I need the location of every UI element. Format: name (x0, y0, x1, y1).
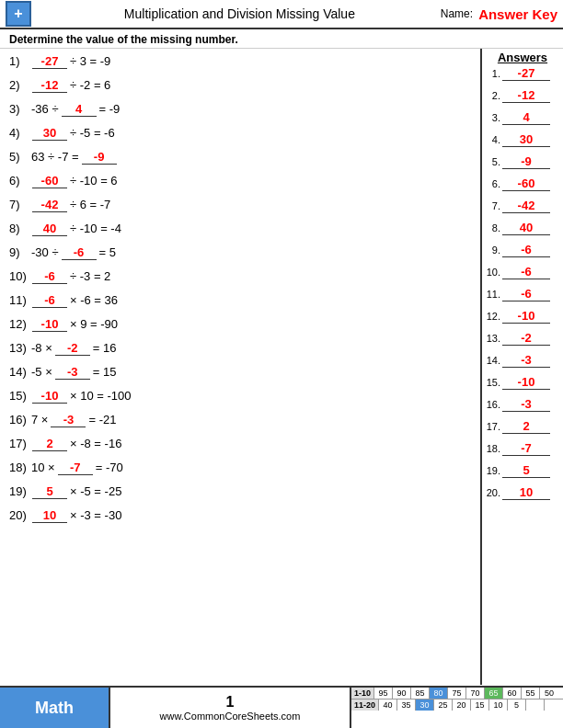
problem-number: 6) (9, 174, 31, 188)
main-content: 1)-27 ÷ 3 = -92)-12 ÷ -2 = 63)-36 ÷ 4 = … (0, 49, 563, 685)
problem-number: 9) (9, 245, 31, 259)
answer-row: 10.-6 (486, 265, 559, 285)
missing-value: -27 (32, 54, 67, 69)
problem-content: -60 ÷ -10 = 6 (31, 174, 118, 188)
problem-row: 11)-6 × -6 = 36 (9, 293, 471, 313)
answer-value: 4 (502, 110, 550, 125)
missing-value: -6 (32, 293, 67, 308)
answer-row: 8.40 (486, 221, 559, 241)
answer-row: 13.-2 (486, 331, 559, 351)
problem-content: -27 ÷ 3 = -9 (31, 54, 110, 69)
answer-row: 19.5 (486, 463, 559, 483)
problem-text: ÷ -3 = 2 (70, 269, 110, 283)
answer-number: 2. (486, 90, 502, 101)
missing-value: 5 (32, 484, 67, 499)
answer-number: 14. (486, 355, 502, 366)
answer-value: 2 (502, 419, 550, 434)
problem-number: 7) (9, 198, 31, 211)
problem-number: 11) (9, 293, 31, 307)
problem-row: 17)2 × -8 = -16 (9, 437, 471, 457)
problem-text: ÷ 3 = -9 (70, 54, 110, 68)
problem-text: ÷ -10 = -4 (70, 222, 121, 235)
page-number: 1 (226, 694, 235, 711)
answer-value: -10 (502, 375, 550, 390)
missing-value: -7 (58, 461, 93, 475)
problem-number: 4) (9, 126, 31, 140)
header: + Multiplication and Division Missing Va… (0, 0, 563, 29)
answer-number: 19. (486, 465, 502, 476)
answer-value: 30 (502, 132, 550, 147)
answer-value: -12 (502, 88, 550, 103)
problem-text: × -6 = 36 (70, 293, 118, 307)
answer-value: -6 (502, 287, 550, 301)
answer-row: 18.-7 (486, 441, 559, 461)
footer-center: 1 www.CommonCoreSheets.com (110, 688, 350, 728)
problem-number: 17) (9, 437, 31, 450)
problem-text: ÷ -5 = -6 (70, 126, 115, 140)
problem-text: = -70 (96, 461, 123, 474)
answer-number: 9. (486, 245, 502, 256)
answer-value: -6 (502, 265, 550, 279)
answer-row: 2.-12 (486, 88, 559, 108)
missing-value: 10 (32, 508, 67, 523)
missing-value: -6 (32, 269, 67, 284)
problem-row: 9)-30 ÷ -6 = 5 (9, 245, 471, 266)
problem-content: 2 × -8 = -16 (31, 437, 121, 451)
problem-number: 2) (9, 78, 31, 92)
problem-text: × -8 = -16 (70, 437, 121, 450)
missing-value: -10 (32, 389, 67, 404)
problem-text: ÷ 6 = -7 (70, 198, 110, 211)
answer-number: 4. (486, 134, 502, 145)
answer-row: 7.-42 (486, 199, 559, 219)
answer-row: 5.-9 (486, 154, 559, 175)
problem-row: 8)40 ÷ -10 = -4 (9, 222, 471, 242)
answer-number: 16. (486, 399, 502, 410)
problem-number: 1) (9, 54, 31, 68)
answer-value: 10 (502, 485, 550, 500)
problem-number: 10) (9, 269, 31, 283)
problem-row: 15)-10 × 10 = -100 (9, 389, 471, 409)
problem-text: -5 × (31, 365, 52, 379)
problem-text: 7 × (31, 413, 48, 427)
problem-text: -30 ÷ (31, 245, 59, 259)
problem-text: = 15 (93, 365, 117, 379)
answer-number: 11. (486, 289, 502, 300)
worksheet-title: Multiplication and Division Missing Valu… (39, 6, 441, 21)
problem-row: 20)10 × -3 = -30 (9, 508, 471, 529)
problem-number: 19) (9, 484, 31, 498)
missing-value: 30 (32, 126, 67, 141)
answer-row: 9.-6 (486, 243, 559, 263)
missing-value: -42 (32, 198, 67, 212)
problem-content: 30 ÷ -5 = -6 (31, 126, 115, 141)
problem-row: 16)7 × -3 = -21 (9, 413, 471, 433)
missing-value: -12 (32, 78, 67, 93)
answer-value: -9 (502, 154, 550, 169)
answers-header: Answers (486, 51, 559, 64)
answer-row: 3.4 (486, 110, 559, 131)
footer: Math 1 www.CommonCoreSheets.com 1-10 95 … (0, 686, 563, 728)
answer-number: 5. (486, 156, 502, 167)
missing-value: -10 (32, 317, 67, 332)
problem-text: × -5 = -25 (70, 484, 121, 498)
answer-row: 11.-6 (486, 287, 559, 307)
problem-content: -6 ÷ -3 = 2 (31, 269, 110, 284)
problem-number: 20) (9, 508, 31, 522)
answer-value: 5 (502, 463, 550, 478)
problem-number: 15) (9, 389, 31, 403)
problem-content: 5 × -5 = -25 (31, 484, 121, 499)
answer-number: 12. (486, 311, 502, 322)
missing-value: -3 (55, 365, 90, 380)
problem-row: 7)-42 ÷ 6 = -7 (9, 198, 471, 218)
problem-row: 4)30 ÷ -5 = -6 (9, 126, 471, 146)
problem-content: 10 × -7 = -70 (31, 461, 123, 475)
answer-row: 15.-10 (486, 375, 559, 395)
problem-row: 13)-8 × -2 = 16 (9, 341, 471, 361)
missing-value: 4 (62, 102, 97, 117)
answer-row: 17.2 (486, 419, 559, 439)
answer-number: 10. (486, 267, 502, 278)
problem-content: 63 ÷ -7 = -9 (31, 150, 118, 165)
problem-text: ÷ -10 = 6 (70, 174, 118, 188)
answer-row: 20.10 (486, 485, 559, 506)
answer-number: 13. (486, 333, 502, 344)
answer-value: -3 (502, 397, 550, 412)
